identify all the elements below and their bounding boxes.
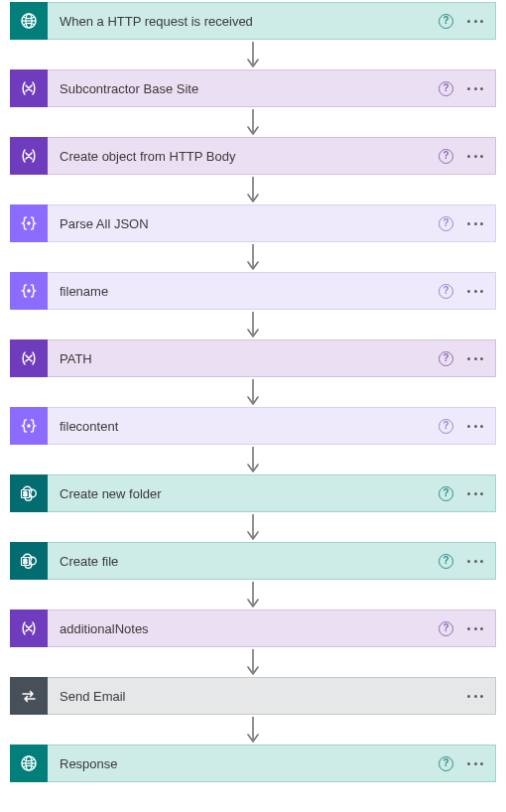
step-actions: ? — [439, 351, 495, 366]
step-filename[interactable]: filename? — [10, 272, 496, 310]
more-icon[interactable] — [467, 357, 483, 360]
swap-icon — [10, 677, 48, 715]
variable-icon — [10, 137, 48, 175]
help-icon[interactable]: ? — [439, 486, 453, 501]
step-additional-notes[interactable]: additionalNotes? — [10, 609, 496, 647]
step-response[interactable]: Response? — [10, 744, 496, 782]
step-label: Create new folder — [48, 486, 439, 501]
step-actions: ? — [439, 81, 495, 96]
step-actions: ? — [439, 284, 495, 299]
step-actions: ? — [439, 756, 495, 771]
arrow-down-icon — [246, 310, 260, 339]
more-icon[interactable] — [467, 627, 483, 630]
step-actions — [467, 695, 495, 698]
braces-icon — [10, 272, 48, 310]
step-label: PATH — [48, 351, 439, 366]
step-label: filename — [48, 284, 439, 299]
step-actions: ? — [439, 419, 495, 434]
help-icon[interactable]: ? — [439, 621, 453, 636]
step-parse-json[interactable]: Parse All JSON? — [10, 204, 496, 242]
variable-icon — [10, 609, 48, 647]
step-actions: ? — [439, 216, 495, 231]
step-label: Response — [48, 756, 439, 771]
arrow-down-icon — [246, 715, 260, 744]
step-send-email[interactable]: Send Email — [10, 677, 496, 715]
arrow-down-icon — [246, 512, 260, 542]
arrow-down-icon — [246, 377, 260, 407]
step-label: Create object from HTTP Body — [48, 149, 439, 164]
more-icon[interactable] — [467, 560, 483, 563]
more-icon[interactable] — [467, 290, 483, 293]
sharepoint-icon — [10, 542, 48, 580]
step-actions: ? — [439, 14, 495, 29]
step-actions: ? — [439, 621, 495, 636]
globe-icon — [10, 744, 48, 782]
braces-icon — [10, 204, 48, 242]
more-icon[interactable] — [467, 762, 483, 765]
step-label: When a HTTP request is received — [48, 14, 439, 29]
sharepoint-icon — [10, 474, 48, 512]
help-icon[interactable]: ? — [439, 81, 453, 96]
step-label: Send Email — [48, 689, 467, 704]
arrow-down-icon — [246, 40, 260, 69]
help-icon[interactable]: ? — [439, 351, 453, 366]
arrow-down-icon — [246, 445, 260, 474]
step-label: additionalNotes — [48, 621, 439, 636]
arrow-down-icon — [246, 175, 260, 204]
step-actions: ? — [439, 149, 495, 164]
step-path[interactable]: PATH? — [10, 339, 496, 377]
more-icon[interactable] — [467, 87, 483, 90]
step-subcontractor-site[interactable]: Subcontractor Base Site? — [10, 69, 496, 107]
step-label: filecontent — [48, 419, 439, 434]
step-trigger[interactable]: When a HTTP request is received? — [10, 2, 496, 40]
more-icon[interactable] — [467, 425, 483, 428]
step-create-file[interactable]: Create file? — [10, 542, 496, 580]
more-icon[interactable] — [467, 222, 483, 225]
more-icon[interactable] — [467, 695, 483, 698]
help-icon[interactable]: ? — [439, 149, 453, 164]
help-icon[interactable]: ? — [439, 419, 453, 434]
globe-icon — [10, 2, 48, 40]
help-icon[interactable]: ? — [439, 284, 453, 299]
help-icon[interactable]: ? — [439, 554, 453, 569]
step-create-object[interactable]: Create object from HTTP Body? — [10, 137, 496, 175]
step-label: Subcontractor Base Site — [48, 81, 439, 96]
help-icon[interactable]: ? — [439, 756, 453, 771]
more-icon[interactable] — [467, 20, 483, 23]
braces-icon — [10, 407, 48, 445]
step-actions: ? — [439, 554, 495, 569]
flow-container: When a HTTP request is received?Subcontr… — [10, 2, 496, 782]
more-icon[interactable] — [467, 492, 483, 495]
step-label: Parse All JSON — [48, 216, 439, 231]
step-filecontent[interactable]: filecontent? — [10, 407, 496, 445]
variable-icon — [10, 69, 48, 107]
variable-icon — [10, 339, 48, 377]
help-icon[interactable]: ? — [439, 14, 453, 29]
step-label: Create file — [48, 554, 439, 569]
step-create-folder[interactable]: Create new folder? — [10, 474, 496, 512]
help-icon[interactable]: ? — [439, 216, 453, 231]
arrow-down-icon — [246, 242, 260, 272]
arrow-down-icon — [246, 647, 260, 677]
arrow-down-icon — [246, 580, 260, 609]
arrow-down-icon — [246, 107, 260, 137]
step-actions: ? — [439, 486, 495, 501]
more-icon[interactable] — [467, 155, 483, 158]
